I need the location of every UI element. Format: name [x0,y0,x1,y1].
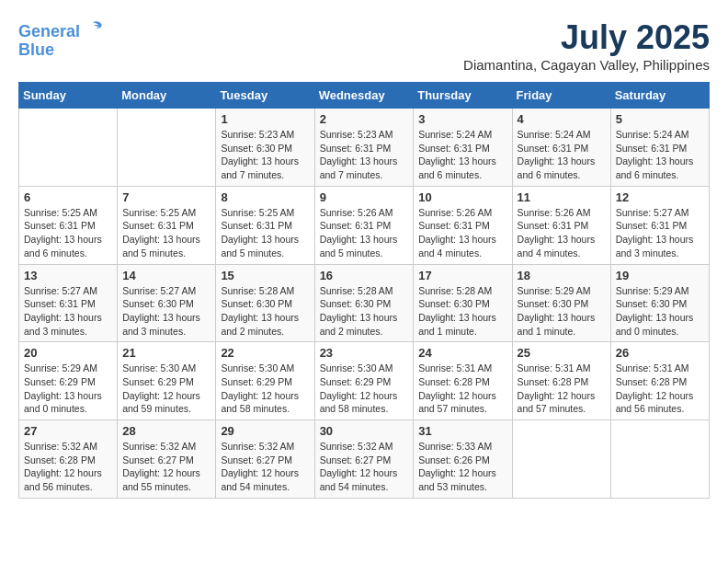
day-number: 23 [320,346,409,360]
title-block: July 2025 Diamantina, Cagayan Valley, Ph… [463,18,710,73]
calendar-cell: 30Sunrise: 5:32 AM Sunset: 6:27 PM Dayli… [314,420,414,499]
day-number: 22 [221,346,309,360]
day-info: Sunrise: 5:28 AM Sunset: 6:30 PM Dayligh… [221,284,309,339]
day-info: Sunrise: 5:27 AM Sunset: 6:31 PM Dayligh… [616,206,704,260]
day-info: Sunrise: 5:23 AM Sunset: 6:30 PM Dayligh… [221,128,309,182]
calendar-cell: 22Sunrise: 5:30 AM Sunset: 6:29 PM Dayli… [216,342,314,420]
day-info: Sunrise: 5:32 AM Sunset: 6:27 PM Dayligh… [122,440,210,494]
day-info: Sunrise: 5:30 AM Sunset: 6:29 PM Dayligh… [221,362,309,416]
calendar-cell: 8Sunrise: 5:25 AM Sunset: 6:31 PM Daylig… [216,186,314,264]
calendar-cell [610,420,709,499]
day-info: Sunrise: 5:27 AM Sunset: 6:30 PM Dayligh… [122,284,210,339]
calendar-cell: 6Sunrise: 5:25 AM Sunset: 6:31 PM Daylig… [19,186,118,264]
calendar-cell: 14Sunrise: 5:27 AM Sunset: 6:30 PM Dayli… [118,264,216,342]
day-number: 24 [418,346,506,360]
day-number: 20 [24,346,112,360]
day-of-week-header: Saturday [610,83,709,109]
calendar-cell [512,420,610,499]
day-number: 7 [122,190,210,204]
logo-general: General [18,22,80,40]
day-info: Sunrise: 5:32 AM Sunset: 6:27 PM Dayligh… [320,440,409,494]
calendar-cell: 20Sunrise: 5:29 AM Sunset: 6:29 PM Dayli… [19,342,118,420]
day-number: 27 [24,424,112,438]
day-number: 6 [24,190,112,204]
calendar-week-row: 1Sunrise: 5:23 AM Sunset: 6:30 PM Daylig… [19,109,710,187]
day-info: Sunrise: 5:23 AM Sunset: 6:31 PM Dayligh… [320,128,409,182]
day-info: Sunrise: 5:24 AM Sunset: 6:31 PM Dayligh… [518,128,606,182]
calendar-cell: 13Sunrise: 5:27 AM Sunset: 6:31 PM Dayli… [19,264,118,342]
day-info: Sunrise: 5:28 AM Sunset: 6:30 PM Dayligh… [418,284,506,339]
day-info: Sunrise: 5:24 AM Sunset: 6:31 PM Dayligh… [418,128,506,182]
calendar-cell: 17Sunrise: 5:28 AM Sunset: 6:30 PM Dayli… [414,264,512,342]
calendar-cell: 16Sunrise: 5:28 AM Sunset: 6:30 PM Dayli… [314,264,414,342]
day-number: 3 [418,112,506,126]
day-number: 30 [320,424,409,438]
calendar-week-row: 13Sunrise: 5:27 AM Sunset: 6:31 PM Dayli… [19,264,710,342]
calendar-cell: 24Sunrise: 5:31 AM Sunset: 6:28 PM Dayli… [414,342,512,420]
calendar-cell: 28Sunrise: 5:32 AM Sunset: 6:27 PM Dayli… [118,420,216,499]
day-info: Sunrise: 5:32 AM Sunset: 6:28 PM Dayligh… [24,440,112,494]
day-number: 26 [616,346,704,360]
day-info: Sunrise: 5:25 AM Sunset: 6:31 PM Dayligh… [221,206,309,260]
day-of-week-header: Friday [512,83,610,109]
day-info: Sunrise: 5:31 AM Sunset: 6:28 PM Dayligh… [518,362,606,416]
day-info: Sunrise: 5:29 AM Sunset: 6:29 PM Dayligh… [24,362,112,416]
calendar-cell: 29Sunrise: 5:32 AM Sunset: 6:27 PM Dayli… [216,420,314,499]
calendar-cell: 27Sunrise: 5:32 AM Sunset: 6:28 PM Dayli… [19,420,118,499]
day-number: 8 [221,190,309,204]
calendar-table: SundayMondayTuesdayWednesdayThursdayFrid… [18,82,710,499]
calendar-cell: 4Sunrise: 5:24 AM Sunset: 6:31 PM Daylig… [512,109,610,187]
day-number: 25 [518,346,606,360]
day-of-week-header: Wednesday [314,83,414,109]
day-number: 16 [320,269,409,282]
day-info: Sunrise: 5:32 AM Sunset: 6:27 PM Dayligh… [221,440,309,494]
day-info: Sunrise: 5:26 AM Sunset: 6:31 PM Dayligh… [320,206,409,260]
month-title: July 2025 [463,18,710,57]
day-number: 13 [24,269,112,282]
day-of-week-header: Monday [118,83,216,109]
calendar-cell: 26Sunrise: 5:31 AM Sunset: 6:28 PM Dayli… [610,342,709,420]
page-header: General Blue July 2025 Diamantina, Cagay… [18,18,710,73]
day-number: 17 [418,269,506,282]
calendar-cell: 23Sunrise: 5:30 AM Sunset: 6:29 PM Dayli… [314,342,414,420]
day-number: 18 [518,269,606,282]
day-number: 10 [418,190,506,204]
day-number: 14 [122,269,210,282]
day-number: 9 [320,190,409,204]
calendar-cell: 25Sunrise: 5:31 AM Sunset: 6:28 PM Dayli… [512,342,610,420]
calendar-cell: 21Sunrise: 5:30 AM Sunset: 6:29 PM Dayli… [118,342,216,420]
logo: General Blue [18,18,105,60]
day-number: 31 [418,424,506,438]
day-info: Sunrise: 5:29 AM Sunset: 6:30 PM Dayligh… [518,284,606,339]
day-number: 19 [616,269,704,282]
calendar-cell: 11Sunrise: 5:26 AM Sunset: 6:31 PM Dayli… [512,186,610,264]
day-number: 29 [221,424,309,438]
day-info: Sunrise: 5:30 AM Sunset: 6:29 PM Dayligh… [122,362,210,416]
day-info: Sunrise: 5:31 AM Sunset: 6:28 PM Dayligh… [616,362,704,416]
calendar-cell: 10Sunrise: 5:26 AM Sunset: 6:31 PM Dayli… [414,186,512,264]
calendar-week-row: 6Sunrise: 5:25 AM Sunset: 6:31 PM Daylig… [19,186,710,264]
day-number: 1 [221,112,309,126]
day-info: Sunrise: 5:29 AM Sunset: 6:30 PM Dayligh… [616,284,704,339]
day-of-week-header: Sunday [19,83,118,109]
day-number: 2 [320,112,409,126]
calendar-cell: 1Sunrise: 5:23 AM Sunset: 6:30 PM Daylig… [216,109,314,187]
day-number: 11 [518,190,606,204]
calendar-cell: 31Sunrise: 5:33 AM Sunset: 6:26 PM Dayli… [414,420,512,499]
day-number: 5 [616,112,704,126]
location: Diamantina, Cagayan Valley, Philippines [463,57,710,73]
calendar-cell: 3Sunrise: 5:24 AM Sunset: 6:31 PM Daylig… [414,109,512,187]
day-number: 12 [616,190,704,204]
day-info: Sunrise: 5:30 AM Sunset: 6:29 PM Dayligh… [320,362,409,416]
calendar-cell: 18Sunrise: 5:29 AM Sunset: 6:30 PM Dayli… [512,264,610,342]
day-number: 28 [122,424,210,438]
day-of-week-header: Tuesday [216,83,314,109]
day-info: Sunrise: 5:33 AM Sunset: 6:26 PM Dayligh… [418,440,506,494]
day-info: Sunrise: 5:25 AM Sunset: 6:31 PM Dayligh… [24,206,112,260]
day-info: Sunrise: 5:27 AM Sunset: 6:31 PM Dayligh… [24,284,112,339]
day-info: Sunrise: 5:24 AM Sunset: 6:31 PM Dayligh… [616,128,704,182]
calendar-cell [19,109,118,187]
day-info: Sunrise: 5:28 AM Sunset: 6:30 PM Dayligh… [320,284,409,339]
day-info: Sunrise: 5:26 AM Sunset: 6:31 PM Dayligh… [418,206,506,260]
day-info: Sunrise: 5:31 AM Sunset: 6:28 PM Dayligh… [418,362,506,416]
